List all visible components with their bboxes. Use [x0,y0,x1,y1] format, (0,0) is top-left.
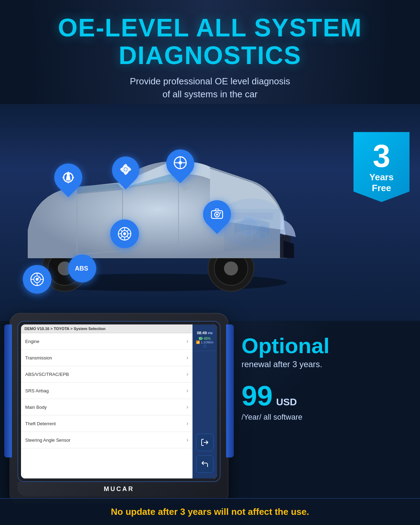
handle-right [226,324,234,457]
status-time: 08:49 PM [195,331,215,335]
screen-sidebar: 08:49 PM 46% 📶 1.1Okb/s ⬡ [192,324,217,478]
abs-icon: ABS [68,254,96,282]
bottom-section: DEMO V10.16 > TOYOTA > System Selection … [0,314,420,503]
subtitle: Provide professional OE level diagnosis … [0,75,420,100]
main-title: OE-LEVEL ALL SYSTEM DIAGNOSTICS [0,14,420,69]
tire-icon [23,265,51,294]
tablet-inner: DEMO V10.16 > TOYOTA > System Selection … [18,321,220,482]
tablet-screen: DEMO V10.16 > TOYOTA > System Selection … [21,324,217,478]
optional-title: Optional [241,335,399,357]
svg-point-21 [220,212,221,214]
menu-item-engine[interactable]: Engine › [21,333,192,350]
bottom-bar: No update after 3 years will not affect … [0,498,420,525]
svg-point-8 [240,218,257,235]
screen-main: DEMO V10.16 > TOYOTA > System Selection … [21,324,192,478]
svg-point-20 [216,214,218,216]
exit-button[interactable] [196,434,214,451]
tablet-frame: DEMO V10.16 > TOYOTA > System Selection … [10,314,227,503]
top-section: OE-LEVEL ALL SYSTEM DIAGNOSTICS Provide … [0,0,420,100]
bottom-notice: No update after 3 years will not affect … [10,506,410,517]
menu-item-srs[interactable]: SRS Airbag › [21,383,192,399]
menu-item-main-body[interactable]: Main Body › [21,399,192,415]
status-battery: 46% [204,337,211,341]
car-image [0,111,378,303]
status-wifi: 📶 1.1Okb/s [195,341,215,344]
device-mockup: DEMO V10.16 > TOYOTA > System Selection … [10,314,227,503]
screen-menu-list: Engine › Transmission › ABS/VSC/TRAC/EPB… [21,333,192,448]
badge-ribbon: 3 Years Free [354,132,410,202]
car-section: ABS 3 Years Free [0,104,420,321]
svg-point-17 [178,161,182,164]
screen-breadcrumb: DEMO V10.16 > TOYOTA > System Selection [24,327,106,331]
menu-item-transmission[interactable]: Transmission › [21,350,192,366]
back-button[interactable] [196,455,214,473]
badge-text: Years Free [369,172,393,194]
price-number: 99 [241,382,273,410]
brake-disc-icon [110,219,139,248]
price-row: 99 USD [241,382,399,411]
renewal-text: renewal after 3 years. [241,359,399,369]
svg-point-24 [123,232,126,235]
price-currency: USD [276,397,297,408]
info-panel: Optional renewal after 3 years. 99 USD /… [227,314,410,432]
handle-left [4,324,12,457]
menu-item-steering[interactable]: Steering Angle Sensor › [21,432,192,448]
screen-header: DEMO V10.16 > TOYOTA > System Selection [21,324,192,333]
svg-rect-31 [200,338,201,339]
svg-text:ABS: ABS [75,265,88,272]
badge-number: 3 [373,140,390,172]
menu-item-abs[interactable]: ABS/VSC/TRAC/EPB › [21,366,192,383]
brand-label: MUCAR [18,482,220,496]
status-block: 08:49 PM 46% 📶 1.1Okb/s ⬡ [192,328,217,351]
price-description: /Year/ all software [241,413,399,422]
years-free-badge: 3 Years Free [354,132,410,202]
menu-item-theft[interactable]: Theft Deterrent › [21,415,192,432]
svg-point-9 [256,225,269,238]
svg-point-15 [124,168,127,171]
svg-rect-30 [202,338,203,339]
status-bt: ⬡ [195,344,215,348]
svg-point-6 [224,261,238,275]
